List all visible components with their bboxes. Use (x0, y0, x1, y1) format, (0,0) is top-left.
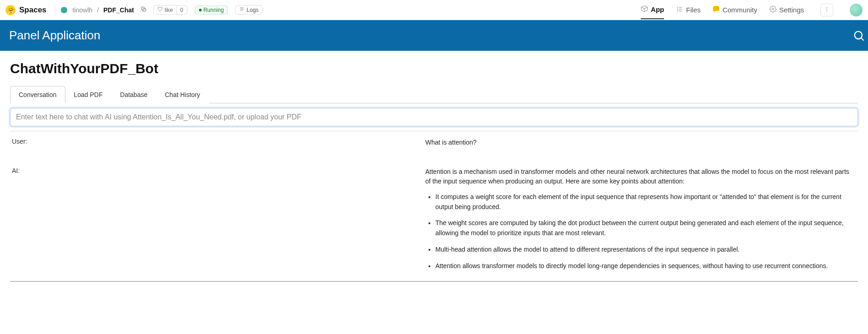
like-count: 0 (177, 5, 188, 15)
box-icon (641, 5, 648, 14)
status-chip: Running (195, 5, 228, 15)
panel-title: Panel Application (9, 28, 100, 43)
community-icon (713, 5, 720, 14)
tab-database[interactable]: Database (112, 86, 156, 103)
tab-load-pdf[interactable]: Load PDF (65, 86, 112, 103)
logs-label: Logs (246, 7, 258, 13)
svg-point-11 (772, 8, 774, 10)
search-icon[interactable] (852, 29, 865, 42)
ai-message-intro: Attention is a mechanism used in transfo… (425, 167, 850, 187)
panel-header: Panel Application (0, 20, 868, 51)
svg-point-8 (677, 7, 678, 7)
files-icon (676, 5, 683, 14)
avatar[interactable] (850, 4, 863, 16)
conversation-area[interactable]: User: What is attention? AI: Attention i… (10, 131, 858, 282)
svg-line-16 (861, 38, 863, 40)
svg-point-15 (855, 31, 862, 38)
tab-conversation[interactable]: Conversation (10, 86, 65, 103)
role-ai-label: AI: (10, 154, 422, 282)
like-group: like 0 (153, 5, 188, 15)
svg-point-9 (677, 9, 678, 9)
hf-topbar: 🤗 Spaces tinowlh / PDF_Chat like 0 Runni… (0, 0, 868, 20)
dots-vertical-icon (824, 6, 830, 14)
more-menu-button[interactable] (820, 4, 833, 16)
nav-app-label: App (651, 5, 664, 13)
copy-icon[interactable] (140, 6, 147, 14)
tab-chat-history[interactable]: Chat History (156, 86, 209, 103)
nav-files[interactable]: Files (676, 1, 701, 19)
status-text: Running (204, 7, 224, 13)
tabs: Conversation Load PDF Database Chat Hist… (10, 86, 858, 103)
ai-message-points: It computes a weight score for each elem… (425, 192, 850, 271)
list-item: The weight scores are computed by taking… (435, 218, 850, 238)
list-item: Multi-head attention allows the model to… (435, 245, 850, 255)
svg-point-10 (677, 11, 678, 11)
path-slash: / (97, 6, 99, 14)
nav-files-label: Files (686, 6, 701, 14)
hf-logo-icon: 🤗 (5, 5, 16, 15)
svg-point-14 (826, 11, 827, 11)
user-message: What is attention? (422, 131, 858, 154)
conversation-table: User: What is attention? AI: Attention i… (10, 131, 858, 282)
nav-settings-label: Settings (779, 6, 804, 14)
nav-app[interactable]: App (641, 0, 664, 19)
table-row: AI: Attention is a mechanism used in tra… (10, 154, 858, 282)
svg-point-13 (826, 9, 827, 10)
nav-community-label: Community (723, 6, 757, 14)
status-dot-icon (61, 7, 67, 13)
table-row: User: What is attention? (10, 131, 858, 154)
chat-input[interactable] (10, 108, 858, 126)
like-button[interactable]: like (153, 5, 177, 15)
ai-message: Attention is a mechanism used in transfo… (422, 154, 858, 282)
logs-icon (239, 6, 245, 13)
list-item: It computes a weight score for each elem… (435, 192, 850, 212)
like-label: like (165, 7, 173, 13)
top-nav: App Files Community Settings (641, 0, 863, 19)
nav-community[interactable]: Community (713, 1, 757, 19)
role-user-label: User: (10, 131, 422, 154)
nav-settings[interactable]: Settings (769, 1, 804, 19)
page-title: ChatWithYourPDF_Bot (10, 61, 858, 76)
separator (55, 5, 55, 15)
spaces-label: Spaces (19, 5, 47, 15)
repo-link[interactable]: PDF_Chat (103, 6, 134, 14)
running-dot-small-icon (199, 9, 202, 11)
list-item: Attention allows transformer models to d… (435, 261, 850, 271)
logs-button[interactable]: Logs (235, 5, 263, 15)
svg-point-12 (826, 7, 827, 8)
gear-icon (769, 5, 777, 14)
chat-input-wrap (10, 108, 858, 131)
heart-icon (157, 6, 163, 13)
page-content: ChatWithYourPDF_Bot Conversation Load PD… (0, 51, 868, 282)
owner-link[interactable]: tinowlh (73, 6, 93, 14)
